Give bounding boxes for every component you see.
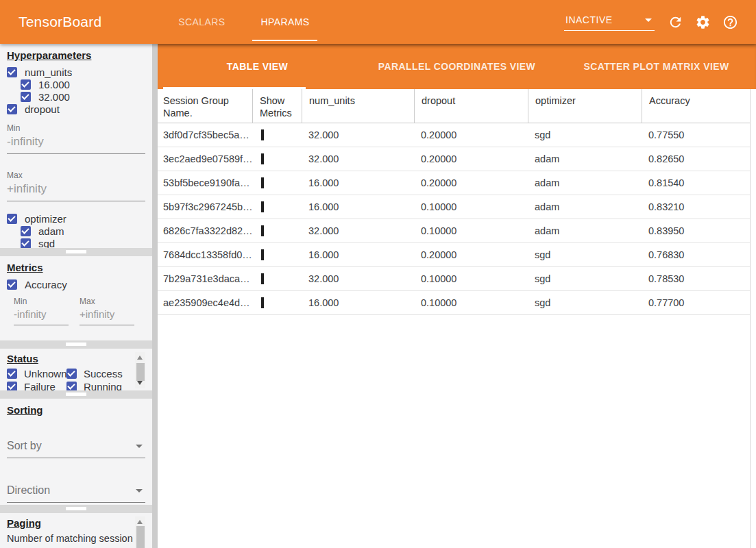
status-checkbox-failure[interactable]: Failure (7, 380, 66, 390)
tab-table-view[interactable]: TABLE VIEW (158, 44, 357, 89)
checkbox-checked-icon (21, 92, 31, 102)
show-metrics-checkbox[interactable] (261, 153, 264, 164)
show-metrics-checkbox[interactable] (261, 297, 264, 308)
session-group-name: 3df0d7cf35bec5a… (158, 129, 252, 140)
accuracy-value: 0.78530 (642, 273, 750, 284)
column-header-show-metrics: Show Metrics (252, 89, 302, 123)
checkbox-checked-icon (7, 214, 17, 224)
optimizer-value: adam (528, 225, 642, 236)
hyperparameters-section: Hyperparameters num_units 16.000 32.000 … (0, 44, 152, 248)
show-metrics-checkbox[interactable] (261, 129, 264, 140)
accuracy-value: 0.81540 (642, 177, 750, 188)
hparam-label: optimizer (25, 213, 66, 225)
accuracy-value: 0.76830 (642, 249, 750, 260)
dropout-value: 0.10000 (414, 225, 528, 236)
tab-parallel-coordinates-view[interactable]: PARALLEL COORDINATES VIEW (357, 44, 557, 89)
gear-icon (695, 14, 711, 30)
section-divider (0, 390, 152, 399)
num-units-value: 32.000 (302, 273, 414, 284)
min-label: Min (14, 297, 69, 306)
accuracy-min-input[interactable] (14, 306, 69, 325)
scroll-up-icon[interactable] (137, 520, 143, 524)
status-checkbox-unknown[interactable]: Unknown (7, 367, 66, 379)
scrollbar-thumb[interactable] (136, 363, 145, 381)
tab-hparams[interactable]: HPARAMS (243, 0, 327, 44)
hparam-checkbox-optimizer[interactable]: optimizer (7, 212, 152, 225)
show-metrics-checkbox[interactable] (261, 225, 264, 236)
accuracy-max-input[interactable] (80, 306, 134, 325)
hparam-label: num_units (25, 66, 72, 78)
help-button[interactable] (716, 8, 744, 36)
table-row: 7b29a731e3daca… 32.000 0.10000 sgd 0.785… (158, 267, 750, 291)
dropout-value: 0.10000 (414, 201, 528, 212)
session-group-name: 5b97f3c2967245b… (158, 201, 252, 212)
hparams-main: TABLE VIEW PARALLEL COORDINATES VIEW SCA… (158, 44, 756, 548)
refresh-icon (668, 14, 683, 30)
hparam-checkbox-num-units[interactable]: num_units (7, 66, 152, 78)
view-tabs: TABLE VIEW PARALLEL COORDINATES VIEW SCA… (158, 44, 756, 89)
tab-scatter-plot-matrix-view[interactable]: SCATTER PLOT MATRIX VIEW (557, 44, 756, 89)
metrics-heading: Metrics (7, 262, 152, 273)
hparam-label: dropout (25, 103, 60, 115)
value-label: 32.000 (38, 91, 70, 103)
hparams-sidebar: Hyperparameters num_units 16.000 32.000 … (0, 44, 152, 548)
accuracy-value: 0.77550 (642, 129, 750, 140)
refresh-button[interactable] (661, 8, 689, 36)
show-metrics-checkbox[interactable] (261, 273, 264, 284)
resize-handle[interactable] (66, 250, 86, 253)
dropout-min-input[interactable] (7, 133, 145, 154)
show-metrics-checkbox[interactable] (261, 249, 264, 260)
checkbox-checked-icon (21, 238, 31, 249)
status-scrollbar[interactable] (135, 352, 145, 388)
scroll-up-icon[interactable] (137, 356, 143, 360)
session-group-name: 7684dcc13358fd0… (158, 249, 252, 260)
metric-checkbox-accuracy[interactable]: Accuracy (7, 278, 152, 290)
chevron-down-icon (136, 489, 143, 493)
table-row: 3ec2aed9e07589f… 32.000 0.20000 adam 0.8… (158, 147, 750, 171)
table-row: ae235909ec4e4d… 16.000 0.10000 sgd 0.777… (158, 291, 750, 315)
checkbox-checked-icon (21, 226, 31, 236)
hparam-checkbox-dropout[interactable]: dropout (7, 103, 152, 115)
dropout-value: 0.20000 (414, 249, 528, 260)
column-header-dropout: dropout (414, 89, 528, 123)
section-divider (0, 340, 152, 349)
scrollbar-thumb[interactable] (136, 526, 145, 548)
column-header-session-group-name: Session Group Name. (158, 89, 252, 123)
num-units-value: 16.000 (302, 201, 414, 212)
scroll-down-icon[interactable] (137, 381, 143, 385)
table-header: Session Group Name. Show Metrics num_uni… (158, 89, 750, 123)
chevron-down-icon (136, 445, 143, 448)
show-metrics-checkbox[interactable] (261, 177, 264, 188)
checkbox-checked-icon (7, 382, 17, 391)
direction-select[interactable]: Direction (7, 482, 145, 503)
sort-by-select[interactable]: Sort by (7, 437, 145, 458)
resize-handle[interactable] (66, 342, 86, 346)
paging-scrollbar[interactable] (135, 516, 145, 548)
value-checkbox-sgd[interactable]: sgd (21, 237, 152, 248)
show-metrics-checkbox[interactable] (261, 201, 264, 212)
sorting-section: Sorting Sort by Direction (0, 399, 152, 505)
resize-handle[interactable] (66, 393, 86, 396)
optimizer-value: sgd (528, 249, 642, 260)
dropout-value: 0.20000 (414, 153, 528, 164)
table-row: 6826c7fa3322d82… 32.000 0.10000 adam 0.8… (158, 219, 750, 243)
value-checkbox-16[interactable]: 16.000 (21, 78, 152, 90)
status-checkbox-running[interactable]: Running (66, 380, 134, 390)
direction-label: Direction (7, 484, 50, 497)
settings-button[interactable] (689, 8, 716, 36)
dropout-value: 0.20000 (414, 129, 528, 140)
chevron-down-icon (645, 18, 652, 22)
dropout-max-field: Max (7, 171, 152, 201)
column-header-num-units: num_units (302, 89, 414, 123)
reload-interval-select[interactable]: INACTIVE (564, 13, 655, 31)
value-checkbox-32[interactable]: 32.000 (21, 90, 152, 103)
app-title: TensorBoard (19, 14, 101, 30)
sort-by-label: Sort by (7, 440, 42, 452)
tab-scalars[interactable]: SCALARS (160, 0, 243, 44)
status-checkbox-success[interactable]: Success (66, 367, 134, 379)
checkbox-checked-icon (7, 67, 17, 77)
value-checkbox-adam[interactable]: adam (21, 225, 152, 237)
dropout-max-input[interactable] (7, 180, 145, 201)
value-label: adam (38, 225, 64, 237)
resize-handle[interactable] (66, 507, 86, 510)
